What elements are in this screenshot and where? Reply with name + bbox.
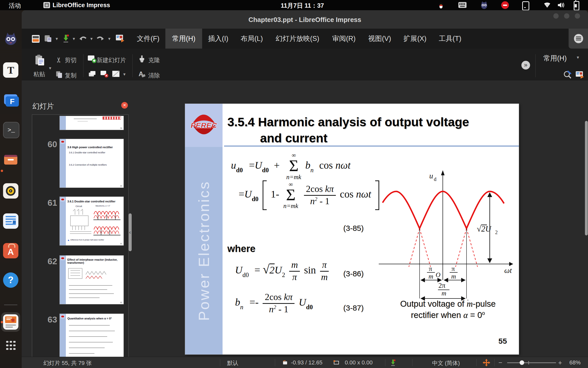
- slide-thumbnail-63[interactable]: Quantitative analysis when α = 0° 63: [59, 314, 124, 363]
- battery-icon[interactable]: [574, 1, 579, 10]
- tab-file[interactable]: 文件(F): [135, 29, 161, 49]
- slide-panel-title: 幻灯片: [32, 101, 54, 111]
- slide-canvas[interactable]: PEREC Power Electronics 3.5.4 Harmonic a…: [185, 104, 519, 354]
- copy-icon[interactable]: [56, 71, 63, 78]
- window-button-2[interactable]: [564, 13, 569, 19]
- zoom-slider-track[interactable]: [507, 362, 556, 363]
- zoom-in-button[interactable]: +: [558, 359, 562, 367]
- clone-label[interactable]: 克隆: [148, 56, 160, 64]
- start-slideshow-icon[interactable]: [575, 71, 584, 79]
- tab-selector-dropdown-icon[interactable]: ▼: [576, 55, 580, 60]
- formula-udo-expanded: =Ud0 1- ∞Σn=mk 2cos kπ n2 - 1 cos nωt: [239, 180, 381, 210]
- undo-dropdown-icon[interactable]: ▼: [90, 37, 93, 41]
- slide-thumbnail-59-partial[interactable]: 59: [59, 116, 124, 130]
- impress-doc-icon[interactable]: [32, 35, 40, 43]
- svg-text:m: m: [451, 273, 456, 280]
- tab-tools[interactable]: 工具(T): [437, 29, 463, 49]
- dock-item-chat-cat[interactable]: [3, 31, 18, 46]
- volume-icon[interactable]: [557, 2, 565, 9]
- svg-text:2π: 2π: [438, 282, 446, 289]
- dock-item-terminal[interactable]: >_: [3, 122, 19, 138]
- keyboard-icon[interactable]: [458, 2, 467, 8]
- dock-item-help[interactable]: ?: [3, 272, 18, 288]
- dock-item-music-player[interactable]: [3, 183, 18, 199]
- do-not-disturb-icon[interactable]: [501, 1, 509, 9]
- new-slide-label[interactable]: 新建幻灯片: [97, 56, 126, 64]
- tab-slideshow[interactable]: 幻灯片放映(S): [274, 29, 321, 49]
- paste-icon[interactable]: [35, 55, 45, 66]
- hamburger-menu-icon[interactable]: [574, 34, 583, 43]
- save-dropdown-icon[interactable]: ▼: [72, 37, 76, 41]
- tab-layout[interactable]: 布局(L): [240, 29, 263, 49]
- clear-label[interactable]: 清除: [148, 72, 160, 79]
- zoom-pan-icon[interactable]: [563, 71, 572, 79]
- redo-icon[interactable]: [96, 35, 104, 41]
- duplicate-slide-icon[interactable]: [89, 71, 96, 78]
- panel-close-icon[interactable]: ✕: [121, 102, 128, 109]
- dock-item-files-f[interactable]: F: [3, 93, 18, 108]
- activities-button[interactable]: 活动: [9, 2, 21, 10]
- workspace: 幻灯片 ✕ 59 60 3.6 High power controlled re…: [22, 80, 588, 357]
- save-icon[interactable]: [63, 34, 69, 43]
- zoom-out-button[interactable]: −: [498, 359, 502, 367]
- slide-thumbnail-60[interactable]: 3.6 High power controlled rectifier 3.6.…: [59, 139, 124, 188]
- mini-chart: [103, 117, 121, 120]
- open-dropdown-icon[interactable]: ▼: [55, 37, 59, 41]
- window-button-1[interactable]: [553, 13, 559, 19]
- cut-label[interactable]: 剪切: [65, 56, 77, 64]
- dock-item-writer-document[interactable]: [3, 213, 18, 229]
- focused-app-name[interactable]: LibreOffice Impress: [53, 2, 110, 9]
- tab-extension[interactable]: 扩展(X): [402, 29, 428, 49]
- panel-scrollbar[interactable]: ‹: [129, 213, 132, 251]
- language-status[interactable]: 中文 (简体): [432, 359, 460, 367]
- toolbar-overflow-icon[interactable]: »: [521, 61, 530, 70]
- copy-label[interactable]: 复制: [65, 72, 77, 79]
- zoom-level-status[interactable]: 68%: [569, 359, 581, 366]
- slide-style-status[interactable]: 默认: [227, 359, 238, 367]
- zoom-slider-thumb[interactable]: [520, 360, 524, 365]
- slide-thumbnail-61[interactable]: 3.6.1 Double-star controlled rectifier C…: [59, 197, 124, 246]
- tab-view[interactable]: 视图(V): [367, 29, 392, 49]
- window-titlebar[interactable]: Chapter03.ppt - LibreOffice Impress: [22, 10, 588, 29]
- clear-formatting-icon[interactable]: A: [138, 70, 146, 78]
- clock[interactable]: 11月7日 11：37: [281, 2, 324, 10]
- tab-insert[interactable]: 插入(I): [207, 29, 230, 49]
- dock-item-impress[interactable]: [3, 314, 18, 330]
- fit-slide-icon[interactable]: [483, 359, 490, 366]
- layout-dropdown-icon[interactable]: ▼: [122, 72, 126, 76]
- undo-icon[interactable]: [79, 35, 87, 41]
- toolbar-separator: [132, 54, 133, 77]
- dock-item-app-grid[interactable]: [3, 338, 18, 353]
- slide-layout-icon[interactable]: [112, 71, 120, 77]
- chat-cat-tray-icon[interactable]: [480, 1, 488, 9]
- redo-dropdown-icon[interactable]: ▼: [107, 37, 111, 41]
- slideshow-icon[interactable]: [116, 34, 124, 42]
- qq-penguin-icon[interactable]: [438, 1, 444, 9]
- unsaved-changes-icon[interactable]: [390, 359, 396, 366]
- tablet-device-icon[interactable]: [522, 1, 529, 10]
- wifi-icon[interactable]: [543, 2, 551, 9]
- dock-item-file-manager[interactable]: [3, 153, 18, 168]
- paste-dropdown-icon[interactable]: ▼: [48, 66, 52, 70]
- zoom-slider-tick: [528, 361, 529, 364]
- window-button-3[interactable]: [575, 13, 580, 19]
- delete-slide-icon[interactable]: [100, 71, 108, 78]
- formula-udo-series: ud0 =Ud0 + ∞Σn=mk bn cos nωt: [231, 152, 351, 180]
- vertical-scrollbar[interactable]: [585, 121, 588, 235]
- toolbar-tab-selector[interactable]: 常用(H): [543, 54, 567, 63]
- slide-thumbnail-62[interactable]: Effect of interphase reactor (inductor, …: [59, 255, 124, 304]
- tab-home[interactable]: 常用(H): [165, 29, 202, 49]
- panel-collapse-icon[interactable]: ‹: [129, 229, 131, 235]
- new-slide-icon[interactable]: [88, 55, 97, 63]
- dock-item-app-store[interactable]: A: [3, 243, 18, 258]
- tab-review[interactable]: 审阅(R): [332, 29, 356, 49]
- cursor-position-icon: [283, 360, 288, 364]
- equation-number-386: (3-86): [343, 269, 364, 278]
- slide-number: 60: [44, 139, 57, 149]
- open-file-icon[interactable]: [44, 35, 52, 42]
- clone-formatting-icon[interactable]: [139, 55, 145, 63]
- cut-icon[interactable]: ✂: [55, 57, 63, 63]
- svg-text:√2U: √2U: [477, 224, 492, 233]
- dock-item-text-editor[interactable]: T: [3, 62, 18, 78]
- paste-label[interactable]: 粘贴: [33, 70, 45, 78]
